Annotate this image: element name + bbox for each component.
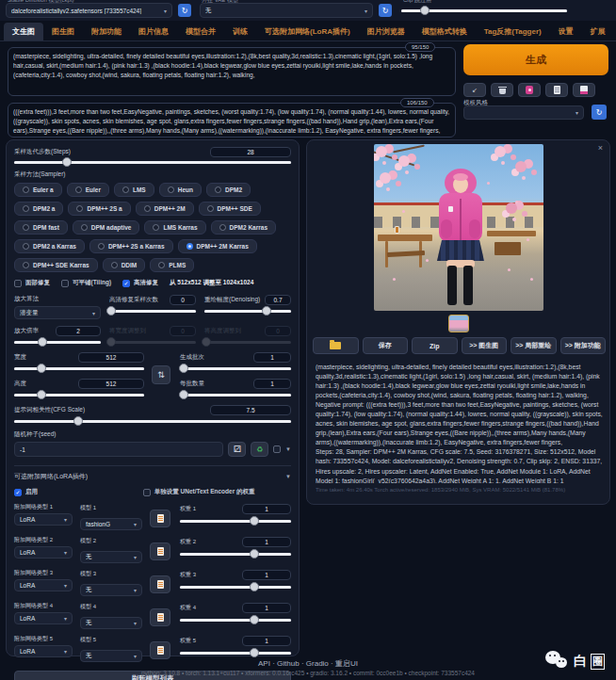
lora-weight-value[interactable]: 1 bbox=[242, 636, 291, 646]
sampler-option[interactable]: DDIM bbox=[103, 258, 146, 272]
lora-type-select[interactable]: LoRA▾ bbox=[14, 645, 73, 657]
clear-prompt-icon[interactable] bbox=[491, 83, 513, 97]
apply-style-icon[interactable] bbox=[545, 83, 568, 97]
model-refresh-button[interactable]: ↻ bbox=[178, 4, 191, 17]
lora-type-select[interactable]: LoRA▾ bbox=[14, 513, 73, 526]
upscale-by-value[interactable]: 2 bbox=[56, 326, 101, 336]
steps-value[interactable]: 28 bbox=[210, 147, 291, 157]
save-button[interactable]: 保存 bbox=[363, 337, 409, 354]
swap-dimensions-button[interactable]: ⇅ bbox=[152, 365, 170, 384]
upscale-by-slider[interactable] bbox=[14, 341, 101, 344]
gradio-link[interactable]: Gradio bbox=[306, 659, 329, 668]
hires-steps-value[interactable]: 0 bbox=[170, 295, 196, 305]
restore-faces-checkbox[interactable]: 面部修复 bbox=[14, 279, 50, 287]
denoising-value[interactable]: 0.7 bbox=[265, 295, 291, 305]
lora-model-file-button[interactable] bbox=[150, 542, 170, 560]
save-style-icon[interactable] bbox=[573, 83, 595, 97]
vae-refresh-button[interactable]: ↻ bbox=[379, 4, 392, 17]
lora-model-select[interactable]: 无▾ bbox=[80, 584, 142, 596]
batch-count-value[interactable]: 1 bbox=[253, 352, 291, 363]
lora-weight-slider[interactable] bbox=[180, 520, 291, 523]
tab-png-info[interactable]: 图片信息 bbox=[130, 23, 177, 40]
send-to-inpaint-button[interactable]: >> 局部重绘 bbox=[511, 337, 557, 354]
cfg-scale-slider[interactable] bbox=[14, 420, 291, 423]
lora-weight-value[interactable]: 1 bbox=[242, 603, 291, 613]
reload-ui-link[interactable]: 重启UI bbox=[335, 659, 358, 668]
lora-enable-checkbox[interactable]: ✓启用 bbox=[14, 488, 143, 496]
github-link[interactable]: Github bbox=[277, 659, 300, 668]
send-to-extras-button[interactable]: >> 附加功能 bbox=[560, 337, 607, 354]
tab-settings[interactable]: 设置 bbox=[550, 23, 582, 40]
tab-extensions[interactable]: 扩展 bbox=[582, 23, 614, 40]
lora-type-select[interactable]: LoRA▾ bbox=[14, 546, 73, 559]
reuse-seed-recycle-icon[interactable]: ♻ bbox=[251, 442, 268, 457]
api-link[interactable]: API bbox=[258, 659, 270, 668]
sampler-option[interactable]: DPM adaptive bbox=[73, 220, 140, 235]
seed-input[interactable]: -1 bbox=[14, 442, 223, 457]
generate-button[interactable]: 生成 bbox=[463, 44, 608, 75]
hires-fix-checkbox[interactable]: ✓高清修复 bbox=[122, 279, 158, 287]
tab-extras[interactable]: 附加功能 bbox=[83, 23, 130, 40]
negative-prompt-input[interactable]: (((extra feet))),3 feet,more than two fe… bbox=[8, 103, 456, 138]
lora-type-select[interactable]: LoRA▾ bbox=[14, 579, 73, 591]
open-folder-button[interactable] bbox=[313, 337, 359, 354]
sampler-option[interactable]: DPM++ SDE Karras bbox=[14, 258, 98, 272]
tab-train[interactable]: 训练 bbox=[224, 23, 256, 40]
zip-button[interactable]: Zip bbox=[412, 337, 458, 354]
positive-prompt-input[interactable]: (masterpiece, sidelighting, ultra-detail… bbox=[8, 47, 456, 96]
sampler-option[interactable]: DPM2 bbox=[206, 183, 251, 197]
sampler-option[interactable]: DPM++ 2M bbox=[136, 202, 194, 216]
sampler-option[interactable]: Heun bbox=[159, 183, 202, 197]
sampler-option[interactable]: DPM++ 2S a bbox=[68, 202, 130, 216]
sampler-option[interactable]: Euler a bbox=[14, 183, 62, 197]
lora-model-file-button[interactable] bbox=[150, 575, 170, 593]
lora-collapse-icon[interactable]: ▼ bbox=[285, 474, 291, 479]
lora-model-file-button[interactable] bbox=[150, 608, 170, 626]
lora-weight-slider[interactable] bbox=[180, 652, 291, 655]
batch-count-slider[interactable] bbox=[180, 367, 291, 370]
vae-select[interactable]: 无 ▾ bbox=[200, 3, 373, 18]
lora-weight-value[interactable]: 1 bbox=[242, 537, 291, 547]
width-slider[interactable] bbox=[14, 367, 144, 370]
clip-skip-slider[interactable] bbox=[401, 9, 567, 12]
sampler-option[interactable]: Euler bbox=[67, 183, 109, 197]
sampler-option[interactable]: DPM2 a Karras bbox=[14, 239, 85, 253]
lora-weight-slider[interactable] bbox=[180, 586, 291, 589]
upscaler-select[interactable]: 潜变量 ▾ bbox=[14, 306, 101, 319]
style-refresh-button[interactable]: ↻ bbox=[592, 105, 607, 120]
sampler-option[interactable]: DPM2 a bbox=[14, 202, 63, 216]
tiling-checkbox[interactable]: 可平铺(Tiling) bbox=[61, 279, 111, 287]
close-icon[interactable]: × bbox=[598, 143, 603, 153]
tab-image-browser[interactable]: 图片浏览器 bbox=[359, 23, 413, 40]
tab-img2img[interactable]: 图生图 bbox=[43, 23, 83, 40]
hires-steps-slider[interactable] bbox=[109, 310, 196, 313]
lora-model-select[interactable]: fashionG▾ bbox=[80, 518, 142, 530]
paste-params-icon[interactable]: ↙ bbox=[463, 83, 486, 97]
tab-tagger[interactable]: Tag反推(Tagger) bbox=[476, 23, 550, 40]
extra-seed-checkbox[interactable] bbox=[273, 445, 281, 453]
lora-model-file-button[interactable] bbox=[150, 510, 170, 527]
lora-weight-slider[interactable] bbox=[180, 553, 291, 556]
sampler-option[interactable]: DPM fast bbox=[14, 220, 68, 235]
lora-weight-value[interactable]: 1 bbox=[242, 504, 291, 514]
lora-weight-slider[interactable] bbox=[180, 619, 291, 622]
sampler-option[interactable]: DPM++ 2S a Karras bbox=[89, 239, 173, 253]
lora-weight-value[interactable]: 1 bbox=[242, 570, 291, 580]
height-slider[interactable] bbox=[14, 394, 144, 397]
lora-separate-weights-checkbox[interactable]: 单独设置 UNet/Text Encoder 的权重 bbox=[143, 488, 291, 496]
sampler-option[interactable]: DPM++ SDE bbox=[199, 202, 261, 216]
sampler-option[interactable]: LMS Karras bbox=[144, 220, 205, 235]
extra-networks-icon[interactable] bbox=[518, 83, 541, 97]
denoising-slider[interactable] bbox=[204, 310, 291, 313]
sampler-option[interactable]: PLMS bbox=[150, 258, 194, 272]
tab-txt2img[interactable]: 文生图 bbox=[4, 23, 43, 40]
sampler-option-selected[interactable]: DPM++ 2M Karras bbox=[178, 239, 257, 253]
lora-model-file-button[interactable] bbox=[150, 641, 170, 659]
model-select[interactable]: dalceforealistictallyv2.safetensors [733… bbox=[6, 3, 172, 18]
sampler-option[interactable]: LMS bbox=[114, 183, 154, 197]
batch-size-slider[interactable] bbox=[180, 394, 291, 397]
tab-checkpoint-merger[interactable]: 模型合并 bbox=[177, 23, 224, 40]
lora-type-select[interactable]: LoRA▾ bbox=[14, 612, 73, 624]
sampler-option[interactable]: DPM2 Karras bbox=[211, 220, 276, 235]
send-to-img2img-button[interactable]: >> 图生图 bbox=[462, 337, 508, 354]
